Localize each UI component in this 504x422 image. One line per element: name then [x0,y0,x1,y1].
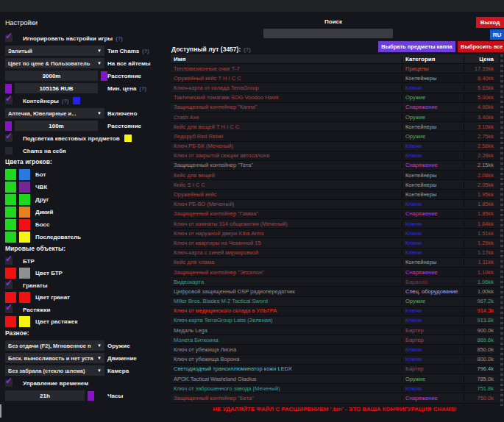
table-row[interactable]: Тактический томагавк SOG Voodoo HawkОруж… [171,93,499,103]
color-swatch[interactable] [5,219,16,230]
help-icon[interactable]: (?) [140,85,147,92]
item-name-cell: Ледоруб Red Rebel [171,133,402,140]
color-swatch[interactable] [19,268,30,279]
table-row[interactable]: Ключ от комнаты 314 общежития (Меченый)К… [171,219,499,229]
table-row[interactable]: APOK Tactical Wasteland GladiusОружие785… [171,374,499,384]
table-row[interactable]: Ключ от убежища ВоронаКлючи800.0k [171,355,499,365]
movement-dropdown[interactable]: Беск. выносливость и нет уста ▼ [5,353,104,363]
color-swatch[interactable] [19,194,30,205]
table-row[interactable]: Miller Bros. Blades M-2 Tactical SwordОр… [171,297,499,307]
table-row[interactable]: Светодиодный трансиллюминатор кожи LEDXБ… [171,365,499,374]
item-category-cell: Снаряжение [402,104,464,110]
color-swatch[interactable] [19,182,30,193]
table-row[interactable]: Ключ от убежища ЛионаКлючи850.0k [171,345,499,354]
panel-scrollbar[interactable] [0,404,1,418]
table-row[interactable]: Защищенный контейнер "Эпсилон"Снаряжение… [171,268,499,277]
included-dropdown[interactable]: Аптечка, Ювелирные и... ▼ [5,108,104,118]
help-icon[interactable]: (?) [116,35,123,42]
column-header-price[interactable]: Цена [464,56,499,62]
item-category-cell: Контейнеры [402,191,464,198]
help-icon[interactable]: (?) [244,46,251,53]
table-row[interactable]: Медаль LegaБартер900.0k [171,326,499,335]
camera-dropdown[interactable]: Без забрала (стекло шлема) ▼ [5,365,104,376]
included-distance-color-swatch[interactable] [5,121,12,131]
table-row[interactable]: Кейс S I C CКонтейнеры2.05kk [171,180,499,190]
color-swatch[interactable] [5,182,16,193]
color-swatch[interactable] [5,268,16,279]
table-row[interactable]: Тепловизионные очки Т-7Прицелы17.33kk [171,64,499,74]
table-row[interactable]: Ключ-карта от склада TerraGroupКлючи5.63… [171,83,499,93]
ignore-game-settings-checkbox[interactable] [5,35,13,42]
select-kappa-items-button[interactable]: Выбрать предметы каппа [378,41,455,52]
table-row[interactable]: Ключ РБ-ВО (Меченый)Ключи1.85kk [171,200,499,210]
table-row[interactable]: Кейс для вещей T H I C CКонтейнеры3.10kk [171,122,499,132]
table-row[interactable]: Ключ от медицинского склада в УЛЬТРАКлюч… [171,307,499,316]
color-swatch[interactable] [19,169,30,180]
item-price-cell: 1.95kk [464,191,499,198]
hours-color-swatch[interactable] [88,391,94,401]
color-swatch[interactable] [19,207,30,218]
included-distance-input[interactable]: 100m [15,121,98,131]
table-row[interactable]: ВидеокартаБарахло1.06kk [171,277,499,287]
color-swatch[interactable] [19,232,30,243]
quest-highlight-checkbox[interactable] [5,135,13,142]
table-row[interactable]: Защищенный контейнер "Каппа"Снаряжение4.… [171,103,499,112]
tripwires-label: Растяжки [23,307,50,313]
exit-button[interactable]: Выход [476,17,504,28]
movement-value: Беск. выносливость и нет уста [8,355,96,362]
drop-all-button[interactable]: Выбросить все [458,41,504,52]
table-row[interactable]: Защищенный контейнер "Бета"Снаряжение750… [171,393,499,403]
containers-checkbox[interactable] [5,97,13,104]
item-name-cell: Ключ от наружной двери Kiba Arms [171,230,402,237]
column-header-category[interactable]: Категория [402,56,464,62]
table-row[interactable]: Монета БиткоинаБартер869.6k [171,335,499,345]
table-row[interactable]: Ледоруб Red RebelОружие2.75kk [171,132,499,141]
table-row[interactable]: Ключ-карта TerraGroup Labs (Зеленая)Ключ… [171,316,499,326]
help-icon[interactable]: (?) [142,48,149,54]
distance-color-swatch[interactable] [101,71,107,81]
color-swatch[interactable] [19,316,30,327]
table-row[interactable]: Цифровой защищенный DSP радиопередатчикС… [171,287,499,296]
color-swatch[interactable] [5,169,16,180]
min-price-color-swatch[interactable] [5,84,12,93]
grenades-checkbox[interactable] [5,282,13,289]
language-button[interactable]: RU [490,29,504,40]
color-swatch[interactable] [19,292,30,303]
table-row[interactable]: Ключ от квартиры на Чеканной 15Ключи1.29… [171,238,499,248]
distance-input[interactable]: 3000m [5,71,98,81]
color-mode-dropdown[interactable]: Цвет по цене & Пользователь ▼ [5,58,104,68]
item-name-cell: Кейс для хлама [171,259,402,265]
table-row[interactable]: Оружейный кейс T H I C CКонтейнеры8.40kk [171,74,499,83]
table-row[interactable]: Ключ РБ-БК (Меченый)Ключи2.58kk [171,142,499,151]
time-control-checkbox[interactable] [5,379,13,387]
color-swatch[interactable] [5,207,16,218]
btr-checkbox[interactable] [5,257,13,265]
containers-color-swatch[interactable] [73,97,80,104]
weapon-dropdown[interactable]: Без отдачи (F2), Мгновенное п ▼ [5,340,104,351]
column-header-name[interactable]: Имя [171,56,402,62]
table-row[interactable]: Кейс для хламаКонтейнеры1.11kk [171,258,499,268]
table-row[interactable]: Оружейный кейсКонтейнеры1.95kk [171,190,499,199]
color-swatch[interactable] [5,194,16,205]
search-input[interactable] [263,29,393,38]
table-row[interactable]: Ключ от закрытой секции автосалонаКлючи2… [171,151,499,161]
table-row[interactable]: Защищенный контейнер "Гамма"Снаряжение1.… [171,210,499,219]
color-swatch[interactable] [5,316,16,327]
table-row[interactable]: Кейс для вещейКонтейнеры2.08kk [171,171,499,180]
table-row[interactable]: Ключ-карта с синей маркировкойКлючи1.17k… [171,248,499,258]
color-swatch[interactable] [5,232,16,243]
table-row[interactable]: Ключ от заброшенного завода (Меченый)Клю… [171,384,499,393]
table-row[interactable]: Защищенный контейнер "Тета"Снаряжение2.1… [171,161,499,171]
tripwires-checkbox[interactable] [5,306,13,313]
table-row[interactable]: Crash AxeОружие3.40kk [171,112,499,122]
min-price-input[interactable]: 105156 RUB [15,83,98,93]
color-swatch[interactable] [19,219,30,230]
chams-type-dropdown[interactable]: Залитый ▼ [5,46,104,56]
table-row[interactable]: Ключ от наружной двери Kiba ArmsКлючи1.5… [171,229,499,238]
hours-input[interactable]: 21h [5,390,85,401]
table-scrollbar[interactable] [500,54,503,406]
chams-self-checkbox[interactable] [5,147,13,154]
help-icon[interactable]: (?) [62,98,69,104]
color-swatch[interactable] [5,292,16,303]
quest-highlight-color-swatch[interactable] [124,135,132,142]
